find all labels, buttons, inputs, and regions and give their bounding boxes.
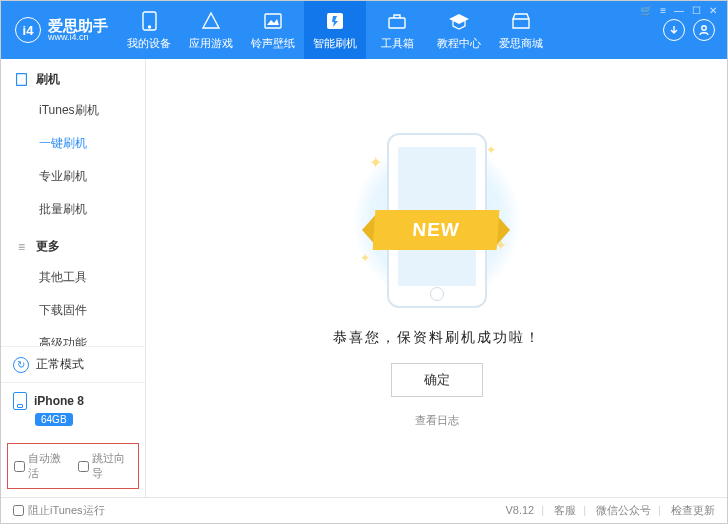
minimize-icon[interactable]: — bbox=[674, 5, 684, 16]
more-icon: ≡ bbox=[15, 240, 28, 253]
sidebar-group-flash: 刷机 bbox=[1, 59, 145, 94]
grad-cap-icon bbox=[448, 10, 470, 32]
store-icon bbox=[510, 10, 532, 32]
sidebar-option-box: 自动激活 跳过向导 bbox=[7, 443, 139, 489]
user-icon[interactable] bbox=[693, 19, 715, 41]
support-link[interactable]: 客服 bbox=[554, 504, 576, 516]
auto-activate-checkbox[interactable]: 自动激活 bbox=[14, 451, 68, 481]
sidebar-item-batch-flash[interactable]: 批量刷机 bbox=[1, 193, 145, 226]
version-label: V8.12 bbox=[505, 504, 534, 516]
window-controls: 🛒 ≡ — ☐ ✕ bbox=[640, 5, 717, 16]
brand-url: www.i4.cn bbox=[48, 33, 108, 43]
sidebar-device[interactable]: iPhone 8 64GB bbox=[1, 382, 145, 435]
new-banner: NEW bbox=[362, 206, 510, 254]
sidebar-item-itunes-flash[interactable]: iTunes刷机 bbox=[1, 94, 145, 127]
success-illustration: ✦ ✦ ✦ ✦ NEW bbox=[332, 128, 542, 313]
sidebar-item-download-fw[interactable]: 下载固件 bbox=[1, 294, 145, 327]
wallpaper-icon bbox=[262, 10, 284, 32]
nav-games[interactable]: 应用游戏 bbox=[180, 1, 242, 59]
nav-mall[interactable]: 爱思商城 bbox=[490, 1, 552, 59]
flash-icon bbox=[324, 10, 346, 32]
brand-logo-icon: i4 bbox=[15, 17, 41, 43]
header-right bbox=[663, 19, 727, 41]
phone-icon bbox=[138, 10, 160, 32]
apps-icon bbox=[200, 10, 222, 32]
sidebar-item-pro-flash[interactable]: 专业刷机 bbox=[1, 160, 145, 193]
sidebar-item-oneclick-flash[interactable]: 一键刷机 bbox=[1, 127, 145, 160]
close-icon[interactable]: ✕ bbox=[709, 5, 717, 16]
sparkle-icon: ✦ bbox=[369, 153, 382, 172]
main-content: ✦ ✦ ✦ ✦ NEW 恭喜您，保资料刷机成功啦！ 确定 查看日志 bbox=[146, 59, 727, 497]
wechat-link[interactable]: 微信公众号 bbox=[596, 504, 651, 516]
success-message: 恭喜您，保资料刷机成功啦！ bbox=[333, 329, 541, 347]
sidebar: 刷机 iTunes刷机 一键刷机 专业刷机 批量刷机 ≡ 更多 其他工具 下载固… bbox=[1, 59, 146, 497]
svg-point-5 bbox=[702, 26, 706, 30]
update-link[interactable]: 检查更新 bbox=[671, 504, 715, 516]
svg-rect-6 bbox=[17, 74, 27, 86]
svg-rect-2 bbox=[265, 14, 281, 28]
brand-title: 爱思助手 bbox=[48, 18, 108, 33]
view-logs-link[interactable]: 查看日志 bbox=[415, 413, 459, 428]
sidebar-item-advanced[interactable]: 高级功能 bbox=[1, 327, 145, 346]
storage-badge: 64GB bbox=[35, 413, 73, 426]
nav-rings[interactable]: 铃声壁纸 bbox=[242, 1, 304, 59]
footer: 阻止iTunes运行 V8.12| 客服| 微信公众号| 检查更新 bbox=[1, 497, 727, 523]
device-icon bbox=[13, 392, 27, 410]
sparkle-icon: ✦ bbox=[486, 143, 496, 157]
footer-right: V8.12| 客服| 微信公众号| 检查更新 bbox=[505, 503, 715, 518]
header: i4 爱思助手 www.i4.cn 我的设备 应用游戏 铃声壁纸 智能刷机 bbox=[1, 1, 727, 59]
maximize-icon[interactable]: ☐ bbox=[692, 5, 701, 16]
nav-flash[interactable]: 智能刷机 bbox=[304, 1, 366, 59]
nav-tutorials[interactable]: 教程中心 bbox=[428, 1, 490, 59]
nav: 我的设备 应用游戏 铃声壁纸 智能刷机 工具箱 教程中心 bbox=[118, 1, 663, 59]
basket-icon[interactable]: 🛒 bbox=[640, 5, 652, 16]
skip-wizard-checkbox[interactable]: 跳过向导 bbox=[78, 451, 132, 481]
sidebar-group-more: ≡ 更多 bbox=[1, 226, 145, 261]
flash-small-icon bbox=[15, 73, 28, 86]
confirm-button[interactable]: 确定 bbox=[391, 363, 483, 397]
brand: i4 爱思助手 www.i4.cn bbox=[1, 17, 118, 43]
nav-devices[interactable]: 我的设备 bbox=[118, 1, 180, 59]
svg-point-1 bbox=[148, 26, 150, 28]
block-itunes-checkbox[interactable]: 阻止iTunes运行 bbox=[13, 503, 105, 518]
nav-tools[interactable]: 工具箱 bbox=[366, 1, 428, 59]
download-icon[interactable] bbox=[663, 19, 685, 41]
svg-rect-4 bbox=[389, 18, 405, 28]
menu-icon[interactable]: ≡ bbox=[660, 5, 666, 16]
sidebar-item-other-tools[interactable]: 其他工具 bbox=[1, 261, 145, 294]
sidebar-mode[interactable]: ↻ 正常模式 bbox=[1, 346, 145, 382]
toolbox-icon bbox=[386, 10, 408, 32]
refresh-icon: ↻ bbox=[13, 357, 29, 373]
